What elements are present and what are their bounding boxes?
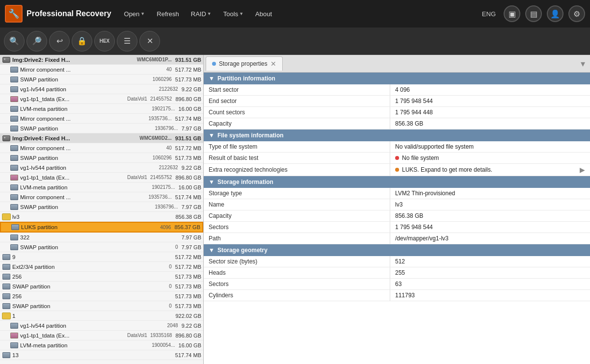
properties-content: ▼ Partition informationStart sector4 096…: [204, 73, 590, 364]
tab-close-button[interactable]: ✕: [270, 60, 276, 68]
prop-row-partition-info-1: End sector1 795 948 544: [204, 96, 590, 107]
close-button[interactable]: ✕: [139, 31, 160, 52]
section-toggle[interactable]: ▼: [209, 179, 215, 185]
tree-item-start: 19335168: [150, 333, 172, 338]
tree-item-ext234[interactable]: Ext2/3/4 partition0517.72 MB: [0, 262, 203, 272]
prop-value-text: 63: [395, 281, 402, 287]
tree-item-lvmmeta3[interactable]: LVM-meta partition1900054...16.00 GB: [0, 340, 203, 350]
scan-button[interactable]: 🔎: [27, 31, 47, 52]
tree-item-label: Ext2/3/4 partition: [12, 264, 167, 270]
tab-menu-button[interactable]: ▾: [578, 58, 588, 69]
tree-item-lv3[interactable]: lv3856.38 GB: [0, 212, 203, 222]
tree-item-swap5[interactable]: SWAP partition07.97 GB: [0, 242, 203, 252]
recover-button[interactable]: ↩: [49, 31, 70, 52]
prop-label: Path: [204, 233, 390, 244]
partition-icon: [10, 125, 19, 132]
tree-item-label: 9: [12, 254, 173, 260]
tree-item-start: 0: [175, 244, 178, 250]
menu-raid-label: RAID: [191, 10, 206, 18]
list-button[interactable]: ☰: [117, 31, 137, 52]
tree-item-swap3[interactable]: SWAP partition1060296517.73 MB: [0, 153, 203, 163]
tree-item-mirror1[interactable]: Mirror component ...40517.72 MB: [0, 65, 203, 75]
tree-item-size: 856.37 GB: [172, 224, 200, 230]
tree-item-size: 517.72 MB: [173, 254, 201, 260]
menu-about[interactable]: About: [251, 8, 276, 20]
tree-item-322[interactable]: 3227.97 GB: [0, 233, 203, 242]
tree-item-tpdata3[interactable]: vg1-tp1_tdata (Ex...DataVol119335168896.…: [0, 331, 203, 340]
tree-item-luks[interactable]: LUKS partition4096856.37 GB: [0, 222, 203, 233]
prop-row-storage-info-1: Namelv3: [204, 199, 590, 210]
prop-value: 255: [390, 267, 590, 278]
tree-item-tpdata2[interactable]: vg1-tp1_tdata (Ex...DataVol121455752896.…: [0, 173, 203, 182]
tree-item-256a[interactable]: 256517.73 MB: [0, 272, 203, 282]
tree-item-tpdata1[interactable]: vg1-tp1_tdata (Ex...DataVol121455752896.…: [0, 94, 203, 104]
tree-item-13[interactable]: 13517.74 MB: [0, 350, 203, 360]
tree-item-label: lv3: [12, 214, 173, 220]
section-header-storage-geometry[interactable]: ▼ Storage geometry: [204, 244, 590, 256]
prop-value: 4 096: [390, 84, 590, 95]
prop-value: 111793: [390, 290, 590, 301]
tree-item-badge: DataVol1: [127, 96, 147, 102]
tree-item-lv544-1[interactable]: vg1-lv544 partition21226329.22 GB: [0, 84, 203, 94]
user-icon-btn[interactable]: 👤: [547, 5, 563, 22]
prop-value: /dev/mapper/vg1-lv3: [390, 233, 590, 244]
tree-item-size: 517.72 MB: [173, 264, 201, 270]
tree-item-1[interactable]: 1922.02 GB: [0, 311, 203, 321]
partition-icon: [2, 273, 11, 280]
tree-item-mirror3[interactable]: Mirror component ...40517.72 MB: [0, 143, 203, 153]
tree-item-lv544-2[interactable]: vg1-lv544 partition21226329.22 GB: [0, 163, 203, 173]
storage-properties-tab[interactable]: Storage properties ✕: [206, 56, 283, 71]
tree-item-mirror4[interactable]: Mirror component ...1935736...517.74 MB: [0, 192, 203, 202]
tab-indicator: [212, 62, 216, 66]
prop-row-storage-geometry-3: Cylinders111793: [204, 290, 590, 301]
settings-icon-btn[interactable]: ⚙: [568, 5, 585, 22]
tree-item-9[interactable]: 9517.72 MB: [0, 252, 203, 262]
menu-open[interactable]: Open ▼: [120, 8, 149, 20]
tree-item-label: vg1-lv544 partition: [20, 165, 158, 171]
tree-item-start: 1902175...: [152, 106, 175, 111]
section-toggle[interactable]: ▼: [209, 247, 215, 254]
section-toggle[interactable]: ▼: [209, 75, 215, 82]
prop-value-text: LVM2 Thin-provisioned: [395, 190, 455, 197]
tree-item-size: 517.73 MB: [173, 274, 201, 280]
tree-item-lvmmeta1[interactable]: LVM-meta partition1902175...16.00 GB: [0, 104, 203, 114]
tree-item-mirror2[interactable]: Mirror component ...1935736...517.74 MB: [0, 114, 203, 124]
right-panel: Storage properties ✕ ▾ ▼ Partition infor…: [204, 55, 590, 364]
hex-button[interactable]: HEX: [94, 31, 115, 52]
section-toggle[interactable]: ▼: [209, 132, 215, 139]
section-header-partition-info[interactable]: ▼ Partition information: [204, 73, 590, 84]
search-button[interactable]: 🔍: [4, 31, 25, 52]
prop-value-text: LUKS. Expand to get more details.: [402, 166, 492, 173]
prop-value: 856.38 GB: [390, 210, 590, 221]
prop-label: Storage type: [204, 188, 390, 199]
prop-expand-arrow[interactable]: ▶: [580, 166, 585, 174]
tree-item-drive2[interactable]: Img:Drive2: Fixed H...WMC6M0D1P...931.51…: [0, 55, 203, 65]
tree-item-lvmmeta2[interactable]: LVM-meta partition1902175...16.00 GB: [0, 182, 203, 192]
tree-item-drive4[interactable]: Img:Drive4: Fixed H...WMC6M0D2...931.51 …: [0, 133, 203, 143]
tree-item-swap6[interactable]: SWAP partition0517.73 MB: [0, 282, 203, 291]
tree-item-start: 1935736...: [149, 194, 172, 200]
partition-icon: [10, 164, 19, 171]
section-header-filesystem-info[interactable]: ▼ File system information: [204, 130, 590, 141]
section-header-storage-info[interactable]: ▼ Storage information: [204, 176, 590, 188]
tree-item-256b[interactable]: 256517.73 MB: [0, 291, 203, 301]
tree-item-size: 896.80 GB: [173, 175, 201, 181]
tree-item-swap2[interactable]: SWAP partition1936796...7.97 GB: [0, 124, 203, 133]
tree-item-swap7[interactable]: SWAP partition0517.73 MB: [0, 301, 203, 311]
titlebar-right: ENG ▣ ▤ 👤 ⚙: [482, 5, 585, 22]
tree-item-swap1[interactable]: SWAP partition1060296517.73 MB: [0, 75, 203, 84]
window-icon-btn[interactable]: ▣: [504, 5, 520, 22]
tree-item-lv544-3[interactable]: vg1-lv544 partition20489.22 GB: [0, 321, 203, 331]
menu-refresh[interactable]: Refresh: [153, 8, 183, 20]
lock-button[interactable]: 🔒: [72, 31, 92, 52]
tree-item-size: 922.02 GB: [173, 313, 201, 319]
menu-tools[interactable]: Tools ▼: [219, 8, 247, 20]
menu-raid[interactable]: RAID ▼: [187, 8, 215, 20]
tree-item-size: 9.22 GB: [180, 165, 201, 171]
app-logo: 🔧: [5, 5, 23, 23]
prop-value-text: 856.38 GB: [395, 120, 423, 127]
tree-item-size: 16.00 GB: [177, 184, 201, 190]
tree-item-label: 256: [12, 293, 173, 299]
tree-item-swap4[interactable]: SWAP partition1936796...7.97 GB: [0, 202, 203, 212]
panel-icon-btn[interactable]: ▤: [525, 5, 542, 22]
